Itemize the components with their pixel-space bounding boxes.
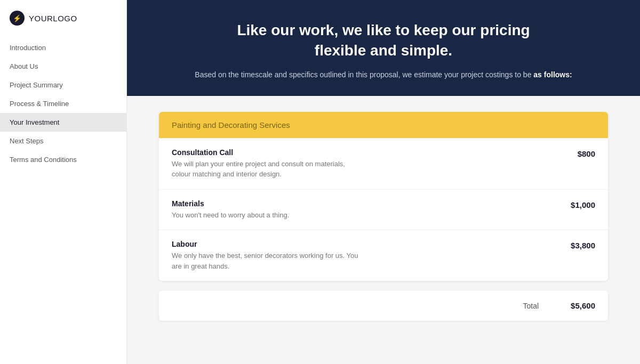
total-row: Total $5,600	[159, 290, 608, 321]
hero-subtitle-bold: as follows:	[533, 70, 572, 79]
sidebar-item-process-timeline[interactable]: Process & Timeline	[0, 94, 126, 113]
logo-normal: LOGO	[53, 14, 77, 23]
service-price: $3,800	[560, 240, 595, 250]
total-label: Total	[523, 302, 539, 310]
table-row: Consultation Call We will plan your enti…	[159, 138, 608, 189]
service-description: We only have the best, senior decorators…	[172, 250, 364, 271]
service-description: You won't need to worry about a thing.	[172, 210, 364, 221]
service-price: $1,000	[560, 199, 595, 209]
sidebar-item-your-investment[interactable]: Your Investment	[0, 113, 126, 132]
service-row-info: Materials You won't need to worry about …	[172, 199, 560, 221]
sidebar: ⚡ YOURLOGO Introduction About Us Project…	[0, 0, 127, 364]
hero-subtitle: Based on the timescale and specifics out…	[159, 70, 608, 79]
service-name: Labour	[172, 240, 560, 248]
logo: ⚡ YOURLOGO	[0, 0, 126, 38]
sidebar-item-introduction[interactable]: Introduction	[0, 38, 126, 57]
main-content: Like our work, we like to keep our prici…	[127, 0, 640, 364]
content-area: Painting and Decorating Services Consult…	[127, 96, 640, 343]
table-row: Materials You won't need to worry about …	[159, 189, 608, 230]
sidebar-item-next-steps[interactable]: Next Steps	[0, 132, 126, 150]
total-value: $5,600	[571, 301, 595, 310]
service-name: Materials	[172, 199, 560, 208]
service-name: Consultation Call	[172, 148, 567, 157]
sidebar-item-project-summary[interactable]: Project Summary	[0, 76, 126, 94]
sidebar-item-about-us[interactable]: About Us	[0, 57, 126, 76]
total-table: Total $5,600	[159, 290, 608, 321]
hero-subtitle-plain: Based on the timescale and specifics out…	[195, 70, 533, 79]
service-table-header: Painting and Decorating Services	[159, 112, 608, 138]
service-row-info: Consultation Call We will plan your enti…	[172, 148, 567, 180]
table-row: Labour We only have the best, senior dec…	[159, 230, 608, 281]
logo-text: YOURLOGO	[29, 14, 77, 23]
service-row-info: Labour We only have the best, senior dec…	[172, 240, 560, 271]
hero-title: Like our work, we like to keep our prici…	[159, 20, 608, 61]
service-table: Painting and Decorating Services Consult…	[159, 112, 608, 281]
sidebar-item-terms-conditions[interactable]: Terms and Conditions	[0, 150, 126, 169]
logo-icon: ⚡	[10, 11, 25, 26]
hero-section: Like our work, we like to keep our prici…	[127, 0, 640, 96]
service-price: $800	[567, 148, 595, 158]
logo-bold: YOUR	[29, 14, 53, 23]
service-description: We will plan your entire project and con…	[172, 159, 364, 180]
